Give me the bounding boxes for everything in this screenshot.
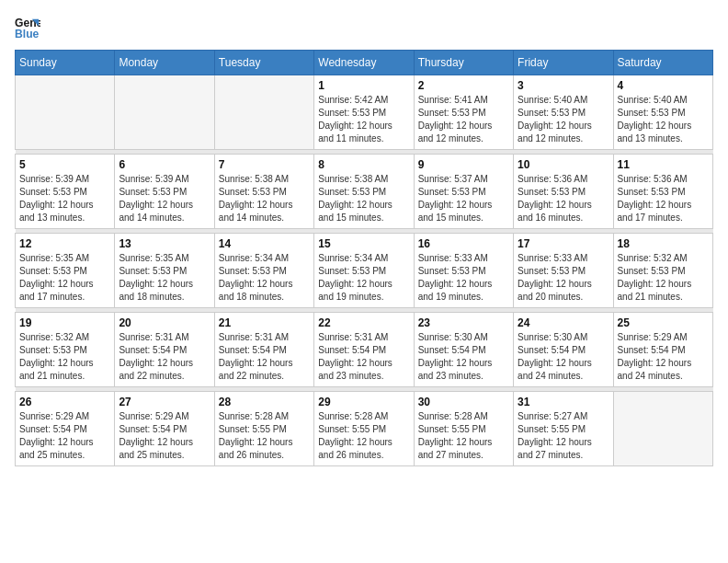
calendar-cell: 7Sunrise: 5:38 AM Sunset: 5:53 PM Daylig… <box>214 155 313 229</box>
calendar-cell: 18Sunrise: 5:32 AM Sunset: 5:53 PM Dayli… <box>613 234 712 308</box>
calendar-week-4: 26Sunrise: 5:29 AM Sunset: 5:54 PM Dayli… <box>16 392 713 466</box>
calendar-cell <box>16 75 115 150</box>
weekday-header-monday: Monday <box>115 51 214 75</box>
day-number: 19 <box>19 316 110 329</box>
calendar-cell: 26Sunrise: 5:29 AM Sunset: 5:54 PM Dayli… <box>16 392 115 466</box>
day-info: Sunrise: 5:34 AM Sunset: 5:53 PM Dayligh… <box>219 252 310 304</box>
day-info: Sunrise: 5:38 AM Sunset: 5:53 PM Dayligh… <box>219 173 310 224</box>
calendar-cell: 29Sunrise: 5:28 AM Sunset: 5:55 PM Dayli… <box>314 392 414 466</box>
day-number: 27 <box>119 396 210 408</box>
calendar-cell: 3Sunrise: 5:40 AM Sunset: 5:53 PM Daylig… <box>514 75 613 150</box>
day-info: Sunrise: 5:29 AM Sunset: 5:54 PM Dayligh… <box>19 410 110 462</box>
day-number: 31 <box>518 396 609 408</box>
day-info: Sunrise: 5:40 AM Sunset: 5:53 PM Dayligh… <box>518 94 609 145</box>
calendar-cell: 22Sunrise: 5:31 AM Sunset: 5:54 PM Dayli… <box>314 313 414 387</box>
day-number: 23 <box>418 316 509 329</box>
day-number: 1 <box>318 79 409 92</box>
calendar-cell: 17Sunrise: 5:33 AM Sunset: 5:53 PM Dayli… <box>514 234 613 308</box>
day-info: Sunrise: 5:29 AM Sunset: 5:54 PM Dayligh… <box>618 331 709 383</box>
day-info: Sunrise: 5:41 AM Sunset: 5:53 PM Dayligh… <box>418 94 509 145</box>
day-info: Sunrise: 5:40 AM Sunset: 5:53 PM Dayligh… <box>618 94 709 145</box>
calendar-table: SundayMondayTuesdayWednesdayThursdayFrid… <box>15 50 713 466</box>
day-number: 5 <box>19 158 110 171</box>
day-number: 20 <box>119 316 210 329</box>
weekday-header-saturday: Saturday <box>613 51 712 75</box>
calendar-cell: 2Sunrise: 5:41 AM Sunset: 5:53 PM Daylig… <box>414 75 513 150</box>
day-info: Sunrise: 5:27 AM Sunset: 5:55 PM Dayligh… <box>518 410 609 462</box>
calendar-cell <box>214 75 313 150</box>
day-number: 24 <box>518 316 609 329</box>
day-number: 11 <box>618 158 709 171</box>
day-number: 22 <box>318 316 409 329</box>
day-info: Sunrise: 5:29 AM Sunset: 5:54 PM Dayligh… <box>119 410 210 462</box>
day-info: Sunrise: 5:38 AM Sunset: 5:53 PM Dayligh… <box>318 173 409 224</box>
day-info: Sunrise: 5:28 AM Sunset: 5:55 PM Dayligh… <box>318 410 409 462</box>
calendar-cell: 10Sunrise: 5:36 AM Sunset: 5:53 PM Dayli… <box>514 155 613 229</box>
calendar-cell: 8Sunrise: 5:38 AM Sunset: 5:53 PM Daylig… <box>314 155 414 229</box>
weekday-header-thursday: Thursday <box>414 51 513 75</box>
calendar-cell: 25Sunrise: 5:29 AM Sunset: 5:54 PM Dayli… <box>613 313 712 387</box>
calendar-week-3: 19Sunrise: 5:32 AM Sunset: 5:53 PM Dayli… <box>16 313 713 387</box>
day-number: 15 <box>318 237 409 250</box>
logo-icon: General Blue <box>15 15 40 40</box>
day-number: 2 <box>418 79 509 92</box>
svg-text:Blue: Blue <box>15 28 40 40</box>
day-info: Sunrise: 5:39 AM Sunset: 5:53 PM Dayligh… <box>19 173 110 224</box>
day-info: Sunrise: 5:31 AM Sunset: 5:54 PM Dayligh… <box>318 331 409 383</box>
calendar-cell: 27Sunrise: 5:29 AM Sunset: 5:54 PM Dayli… <box>115 392 214 466</box>
day-number: 3 <box>518 79 609 92</box>
calendar-cell: 12Sunrise: 5:35 AM Sunset: 5:53 PM Dayli… <box>16 234 115 308</box>
day-number: 13 <box>119 237 210 250</box>
day-number: 8 <box>318 158 409 171</box>
day-number: 28 <box>219 396 310 408</box>
calendar-week-2: 12Sunrise: 5:35 AM Sunset: 5:53 PM Dayli… <box>16 234 713 308</box>
logo: General Blue <box>15 15 40 40</box>
day-info: Sunrise: 5:33 AM Sunset: 5:53 PM Dayligh… <box>518 252 609 304</box>
day-info: Sunrise: 5:36 AM Sunset: 5:53 PM Dayligh… <box>518 173 609 224</box>
calendar-cell: 1Sunrise: 5:42 AM Sunset: 5:53 PM Daylig… <box>314 75 414 150</box>
day-number: 10 <box>518 158 609 171</box>
calendar-cell: 5Sunrise: 5:39 AM Sunset: 5:53 PM Daylig… <box>16 155 115 229</box>
day-number: 29 <box>318 396 409 408</box>
calendar-cell: 20Sunrise: 5:31 AM Sunset: 5:54 PM Dayli… <box>115 313 214 387</box>
day-number: 18 <box>618 237 709 250</box>
day-info: Sunrise: 5:35 AM Sunset: 5:53 PM Dayligh… <box>119 252 210 304</box>
day-number: 17 <box>518 237 609 250</box>
calendar-cell: 30Sunrise: 5:28 AM Sunset: 5:55 PM Dayli… <box>414 392 513 466</box>
day-info: Sunrise: 5:32 AM Sunset: 5:53 PM Dayligh… <box>19 331 110 383</box>
calendar-cell <box>115 75 214 150</box>
day-number: 25 <box>618 316 709 329</box>
day-number: 14 <box>219 237 310 250</box>
day-info: Sunrise: 5:30 AM Sunset: 5:54 PM Dayligh… <box>518 331 609 383</box>
day-info: Sunrise: 5:31 AM Sunset: 5:54 PM Dayligh… <box>219 331 310 383</box>
day-info: Sunrise: 5:28 AM Sunset: 5:55 PM Dayligh… <box>219 410 310 462</box>
day-number: 16 <box>418 237 509 250</box>
day-info: Sunrise: 5:30 AM Sunset: 5:54 PM Dayligh… <box>418 331 509 383</box>
day-info: Sunrise: 5:31 AM Sunset: 5:54 PM Dayligh… <box>119 331 210 383</box>
calendar-cell: 15Sunrise: 5:34 AM Sunset: 5:53 PM Dayli… <box>314 234 414 308</box>
calendar-cell: 14Sunrise: 5:34 AM Sunset: 5:53 PM Dayli… <box>214 234 313 308</box>
day-info: Sunrise: 5:34 AM Sunset: 5:53 PM Dayligh… <box>318 252 409 304</box>
weekday-header-friday: Friday <box>514 51 613 75</box>
day-info: Sunrise: 5:32 AM Sunset: 5:53 PM Dayligh… <box>618 252 709 304</box>
calendar-cell: 24Sunrise: 5:30 AM Sunset: 5:54 PM Dayli… <box>514 313 613 387</box>
page-header: General Blue <box>15 15 713 40</box>
day-number: 4 <box>618 79 709 92</box>
calendar-cell: 28Sunrise: 5:28 AM Sunset: 5:55 PM Dayli… <box>214 392 313 466</box>
calendar-cell: 9Sunrise: 5:37 AM Sunset: 5:53 PM Daylig… <box>414 155 513 229</box>
calendar-cell: 13Sunrise: 5:35 AM Sunset: 5:53 PM Dayli… <box>115 234 214 308</box>
day-number: 30 <box>418 396 509 408</box>
day-number: 6 <box>119 158 210 171</box>
day-info: Sunrise: 5:33 AM Sunset: 5:53 PM Dayligh… <box>418 252 509 304</box>
weekday-header-tuesday: Tuesday <box>214 51 313 75</box>
day-info: Sunrise: 5:36 AM Sunset: 5:53 PM Dayligh… <box>618 173 709 224</box>
day-number: 7 <box>219 158 310 171</box>
calendar-cell <box>613 392 712 466</box>
day-number: 26 <box>19 396 110 408</box>
day-number: 21 <box>219 316 310 329</box>
weekday-header-sunday: Sunday <box>16 51 115 75</box>
weekday-header-row: SundayMondayTuesdayWednesdayThursdayFrid… <box>16 51 713 75</box>
day-info: Sunrise: 5:28 AM Sunset: 5:55 PM Dayligh… <box>418 410 509 462</box>
calendar-cell: 21Sunrise: 5:31 AM Sunset: 5:54 PM Dayli… <box>214 313 313 387</box>
calendar-cell: 23Sunrise: 5:30 AM Sunset: 5:54 PM Dayli… <box>414 313 513 387</box>
